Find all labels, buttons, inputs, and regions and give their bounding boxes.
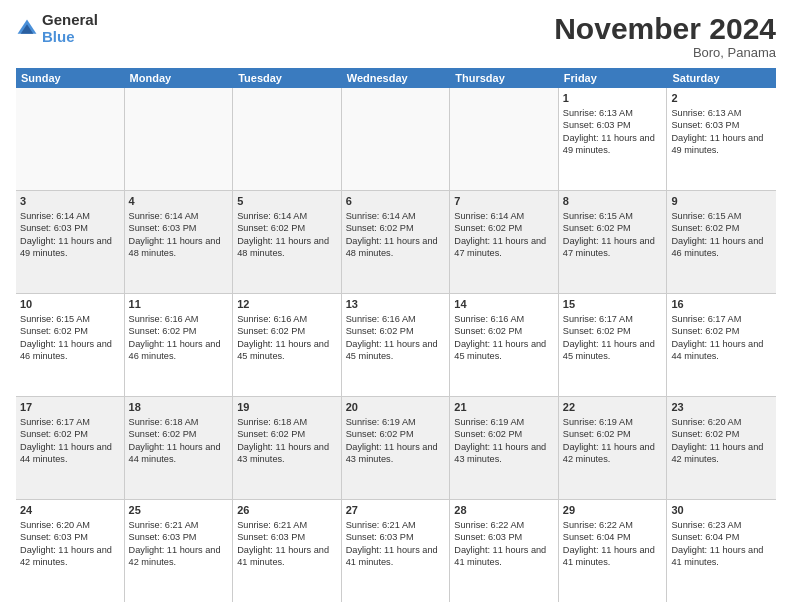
day-info: Daylight: 11 hours and 41 minutes. [237, 544, 337, 569]
day-info: Sunrise: 6:14 AM [346, 210, 446, 222]
day-info: Sunset: 6:02 PM [671, 325, 772, 337]
day-info: Daylight: 11 hours and 43 minutes. [237, 441, 337, 466]
day-info: Daylight: 11 hours and 46 minutes. [671, 235, 772, 260]
day-info: Sunset: 6:02 PM [237, 325, 337, 337]
cal-header-cell: Wednesday [342, 68, 451, 88]
day-info: Sunrise: 6:16 AM [129, 313, 229, 325]
day-info: Sunrise: 6:18 AM [237, 416, 337, 428]
calendar-cell: 4Sunrise: 6:14 AMSunset: 6:03 PMDaylight… [125, 191, 234, 293]
cal-header-cell: Saturday [667, 68, 776, 88]
day-info: Sunset: 6:03 PM [129, 531, 229, 543]
day-number: 10 [20, 297, 120, 312]
cal-header-cell: Sunday [16, 68, 125, 88]
calendar-cell: 16Sunrise: 6:17 AMSunset: 6:02 PMDayligh… [667, 294, 776, 396]
day-info: Sunrise: 6:17 AM [563, 313, 663, 325]
calendar-cell [125, 88, 234, 190]
day-info: Daylight: 11 hours and 47 minutes. [563, 235, 663, 260]
calendar-row: 17Sunrise: 6:17 AMSunset: 6:02 PMDayligh… [16, 397, 776, 500]
day-info: Daylight: 11 hours and 48 minutes. [129, 235, 229, 260]
calendar-cell: 29Sunrise: 6:22 AMSunset: 6:04 PMDayligh… [559, 500, 668, 602]
day-number: 17 [20, 400, 120, 415]
day-number: 25 [129, 503, 229, 518]
day-number: 8 [563, 194, 663, 209]
calendar-cell: 6Sunrise: 6:14 AMSunset: 6:02 PMDaylight… [342, 191, 451, 293]
day-number: 27 [346, 503, 446, 518]
month-title: November 2024 [554, 12, 776, 45]
day-info: Sunset: 6:04 PM [563, 531, 663, 543]
day-info: Daylight: 11 hours and 49 minutes. [563, 132, 663, 157]
day-info: Daylight: 11 hours and 46 minutes. [129, 338, 229, 363]
calendar-cell: 20Sunrise: 6:19 AMSunset: 6:02 PMDayligh… [342, 397, 451, 499]
day-info: Sunrise: 6:19 AM [563, 416, 663, 428]
cal-header-cell: Monday [125, 68, 234, 88]
calendar-cell: 18Sunrise: 6:18 AMSunset: 6:02 PMDayligh… [125, 397, 234, 499]
day-info: Sunset: 6:02 PM [129, 325, 229, 337]
day-info: Daylight: 11 hours and 41 minutes. [346, 544, 446, 569]
day-info: Daylight: 11 hours and 42 minutes. [563, 441, 663, 466]
calendar-cell: 26Sunrise: 6:21 AMSunset: 6:03 PMDayligh… [233, 500, 342, 602]
day-info: Sunset: 6:02 PM [346, 428, 446, 440]
day-info: Sunset: 6:02 PM [563, 222, 663, 234]
day-info: Sunrise: 6:23 AM [671, 519, 772, 531]
calendar-cell: 27Sunrise: 6:21 AMSunset: 6:03 PMDayligh… [342, 500, 451, 602]
calendar-header: SundayMondayTuesdayWednesdayThursdayFrid… [16, 68, 776, 88]
day-info: Daylight: 11 hours and 42 minutes. [671, 441, 772, 466]
day-info: Sunset: 6:02 PM [346, 222, 446, 234]
day-info: Daylight: 11 hours and 45 minutes. [237, 338, 337, 363]
calendar-cell: 12Sunrise: 6:16 AMSunset: 6:02 PMDayligh… [233, 294, 342, 396]
day-info: Sunrise: 6:14 AM [237, 210, 337, 222]
calendar-cell: 2Sunrise: 6:13 AMSunset: 6:03 PMDaylight… [667, 88, 776, 190]
day-info: Sunrise: 6:15 AM [671, 210, 772, 222]
day-info: Sunset: 6:03 PM [346, 531, 446, 543]
calendar-cell: 30Sunrise: 6:23 AMSunset: 6:04 PMDayligh… [667, 500, 776, 602]
cal-header-cell: Friday [559, 68, 668, 88]
day-info: Daylight: 11 hours and 41 minutes. [563, 544, 663, 569]
calendar-cell: 15Sunrise: 6:17 AMSunset: 6:02 PMDayligh… [559, 294, 668, 396]
calendar-row: 24Sunrise: 6:20 AMSunset: 6:03 PMDayligh… [16, 500, 776, 602]
calendar-cell: 14Sunrise: 6:16 AMSunset: 6:02 PMDayligh… [450, 294, 559, 396]
day-number: 19 [237, 400, 337, 415]
location: Boro, Panama [554, 45, 776, 60]
calendar-cell: 17Sunrise: 6:17 AMSunset: 6:02 PMDayligh… [16, 397, 125, 499]
day-number: 23 [671, 400, 772, 415]
calendar-row: 10Sunrise: 6:15 AMSunset: 6:02 PMDayligh… [16, 294, 776, 397]
day-info: Sunrise: 6:20 AM [671, 416, 772, 428]
day-info: Sunset: 6:02 PM [454, 428, 554, 440]
day-number: 14 [454, 297, 554, 312]
day-info: Sunset: 6:02 PM [20, 428, 120, 440]
day-number: 24 [20, 503, 120, 518]
calendar-cell: 8Sunrise: 6:15 AMSunset: 6:02 PMDaylight… [559, 191, 668, 293]
cal-header-cell: Tuesday [233, 68, 342, 88]
day-info: Sunrise: 6:15 AM [563, 210, 663, 222]
calendar-cell: 5Sunrise: 6:14 AMSunset: 6:02 PMDaylight… [233, 191, 342, 293]
day-number: 2 [671, 91, 772, 106]
day-info: Daylight: 11 hours and 49 minutes. [671, 132, 772, 157]
calendar-cell: 19Sunrise: 6:18 AMSunset: 6:02 PMDayligh… [233, 397, 342, 499]
logo: General Blue [16, 12, 98, 45]
day-info: Daylight: 11 hours and 44 minutes. [129, 441, 229, 466]
day-info: Sunset: 6:02 PM [129, 428, 229, 440]
logo-blue: Blue [42, 29, 98, 46]
day-info: Daylight: 11 hours and 41 minutes. [454, 544, 554, 569]
calendar-cell: 22Sunrise: 6:19 AMSunset: 6:02 PMDayligh… [559, 397, 668, 499]
day-info: Sunset: 6:02 PM [20, 325, 120, 337]
day-info: Sunset: 6:02 PM [454, 222, 554, 234]
day-info: Daylight: 11 hours and 45 minutes. [346, 338, 446, 363]
day-number: 21 [454, 400, 554, 415]
day-info: Sunrise: 6:14 AM [20, 210, 120, 222]
calendar-cell: 7Sunrise: 6:14 AMSunset: 6:02 PMDaylight… [450, 191, 559, 293]
day-info: Daylight: 11 hours and 42 minutes. [129, 544, 229, 569]
day-number: 26 [237, 503, 337, 518]
title-block: November 2024 Boro, Panama [554, 12, 776, 60]
day-info: Sunset: 6:03 PM [671, 119, 772, 131]
day-info: Sunset: 6:03 PM [563, 119, 663, 131]
day-number: 1 [563, 91, 663, 106]
day-info: Sunset: 6:03 PM [20, 222, 120, 234]
day-number: 13 [346, 297, 446, 312]
day-info: Sunrise: 6:17 AM [20, 416, 120, 428]
day-info: Sunrise: 6:15 AM [20, 313, 120, 325]
calendar-cell: 21Sunrise: 6:19 AMSunset: 6:02 PMDayligh… [450, 397, 559, 499]
day-info: Daylight: 11 hours and 45 minutes. [563, 338, 663, 363]
day-info: Sunset: 6:03 PM [129, 222, 229, 234]
day-number: 18 [129, 400, 229, 415]
